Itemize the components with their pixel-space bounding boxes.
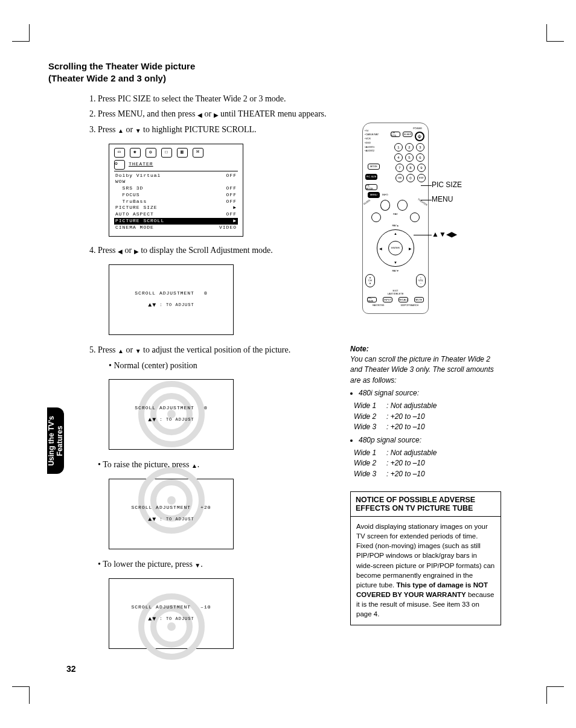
last-label: LAST/DELETE (365, 292, 426, 295)
digit-5: 5 (405, 153, 414, 162)
osd-row-label: AUTO ASPECT (114, 211, 203, 218)
osd-title-icon: ✪ (114, 160, 125, 170)
osd-row-value: OFF (203, 173, 238, 179)
favdown-label: FAV▼ (365, 269, 426, 272)
mode-button: MODE (368, 164, 380, 170)
input-button: INPUT (383, 297, 392, 302)
favup-label: FAV▲ (365, 224, 426, 227)
digit-4: 4 (394, 153, 403, 162)
bullet-lower-a: To lower the picture, press (103, 560, 194, 569)
osd-scroll-hint: : TO ADJUST (160, 417, 194, 422)
bullet-raise: • To raise the picture, press . (98, 458, 332, 471)
osd-row-value-highlight: ▶ (203, 218, 238, 225)
bullet-lower-b: . (200, 560, 203, 569)
osd-row-label: PICTURE SIZE (114, 205, 203, 211)
osd-row-label: CINEMA MODE (114, 225, 203, 231)
callout-picsize: PIC SIZE (432, 180, 462, 189)
note-sublist-2: Wide 1: Not adjustable Wide 2: +20 to –1… (354, 448, 501, 479)
bullet-raise-b: . (197, 460, 200, 469)
note-row-v: : Not adjustable (386, 401, 437, 411)
callout-arrows-text: ▲▼◀▶ (432, 230, 457, 238)
vol-label: VOL (418, 279, 423, 282)
step-list: Press PIC SIZE to select the Theater Wid… (85, 92, 332, 649)
step-5: Press or to adjust the vertical position… (98, 343, 332, 649)
power-button: ⏻ (415, 132, 424, 141)
step-1: Press PIC SIZE to select the Theater Wid… (98, 92, 332, 105)
popsearch-label: 100/POP/SEARCH (400, 304, 418, 307)
digit-8: 8 (406, 164, 415, 172)
down-arrow-icon (152, 415, 156, 424)
step-2a: Press MENU, and then press (98, 109, 197, 118)
osd-scroll-value: +20 (200, 504, 211, 511)
note-block: Note: You can scroll the picture in Thea… (350, 344, 501, 480)
step-5c: to adjust the vertical position of the p… (141, 345, 291, 354)
info-label: INFO (382, 193, 388, 196)
sleep-button: SLEEP (403, 132, 412, 137)
picsize-button: PIC SIZE (365, 174, 377, 180)
mode-vcr: VCR (365, 137, 370, 140)
osd-row-label: Dolby Virtual (114, 173, 203, 179)
note-row-k: Wide 2 (354, 412, 386, 422)
note-body: You can scroll the picture in Theater Wi… (350, 354, 501, 386)
osd-row-value: OFF (203, 199, 238, 205)
osd-scroll-label: SCROLL ADJUSTMENT (131, 504, 191, 511)
dpad-right-icon: ▶ (409, 246, 412, 250)
step-4c: to display the Scroll Adjustment mode. (139, 246, 273, 255)
osd-scroll-value: –10 (200, 604, 211, 611)
notice-title: NOTICE OF POSSIBLE ADVERSE EFFECTS ON TV… (351, 492, 501, 517)
ch-rocker: ▲CH▼ (365, 274, 375, 287)
crop-mark (546, 24, 564, 42)
osd-row-value: ▶ (203, 205, 238, 211)
down-arrow-icon (152, 615, 156, 624)
up-arrow-icon (148, 615, 152, 624)
osd-row-label: WOW (114, 179, 203, 185)
guide-label: GUIDE (363, 198, 376, 211)
mute-button: MUTE (414, 297, 424, 302)
note-row-v: : Not adjustable (386, 448, 437, 458)
step-5b: or (124, 345, 135, 354)
note-row-v: : +20 to –10 (386, 422, 425, 432)
digit-0: 0 (406, 174, 415, 182)
osd-scroll-label: SCROLL ADJUSTMENT (135, 290, 194, 297)
down-arrow-icon (135, 124, 141, 136)
osd-menu-table: Dolby VirtualOFF WOW SRS 3DOFF FOCUSOFF … (114, 173, 238, 231)
osd-scroll-hint: : TO ADJUST (160, 517, 194, 522)
heading-line2: (Theater Wide 2 and 3 only) (48, 73, 166, 83)
note-row-k: Wide 3 (354, 422, 386, 432)
heading-line1: Scrolling the Theater Wide picture (48, 61, 195, 71)
crop-mark (12, 24, 30, 42)
step-2: Press MENU, and then press or until THEA… (98, 107, 332, 121)
osd-scroll-hint: : TO ADJUST (160, 616, 194, 621)
osd-scroll-lower: SCROLL ADJUSTMENT–10 : TO ADJUST (109, 578, 234, 649)
mode-cablesat: CABLE/SAT (365, 133, 379, 136)
step-5a: Press (98, 345, 118, 354)
note-src2: 480p signal source: (359, 435, 501, 445)
note-row-k: Wide 2 (354, 458, 386, 468)
notice-body: Avoid displaying stationary images on yo… (351, 517, 501, 625)
note-row-k: Wide 1 (354, 448, 386, 458)
osd-tab-icon: ✪ (146, 148, 156, 158)
osd-scroll-label: SCROLL ADJUSTMENT (131, 604, 191, 611)
down-arrow-icon (135, 344, 141, 357)
bullet-raise-a: To raise the picture, press (103, 460, 191, 469)
mode-audio2: AUDIO2 (365, 149, 374, 152)
menu-button: MENU (368, 192, 380, 198)
step-4a: Press (98, 246, 118, 255)
osd-row-value (203, 179, 238, 185)
step-3c: to highlight PICTURE SCROLL. (141, 125, 257, 134)
osd-row-value: OFF (203, 185, 238, 192)
note-row-v: : +20 to –10 (386, 458, 425, 468)
osd-row-label: FOCUS (114, 192, 203, 199)
favorites-label: FAVORITES (373, 304, 384, 307)
callout-arrows: ▲▼◀▶ (432, 230, 457, 238)
left-arrow-icon (118, 244, 123, 257)
digit-1: 1 (394, 143, 403, 152)
up-arrow-icon (148, 415, 152, 424)
ent-button: ENT (417, 174, 426, 182)
theater-button (397, 200, 407, 211)
fav-label: FAV (393, 212, 397, 222)
osd-tab-icon: ✺ (130, 148, 141, 158)
right-arrow-icon (134, 244, 139, 257)
digit-9: 9 (417, 164, 426, 172)
step-4b: or (123, 246, 134, 255)
